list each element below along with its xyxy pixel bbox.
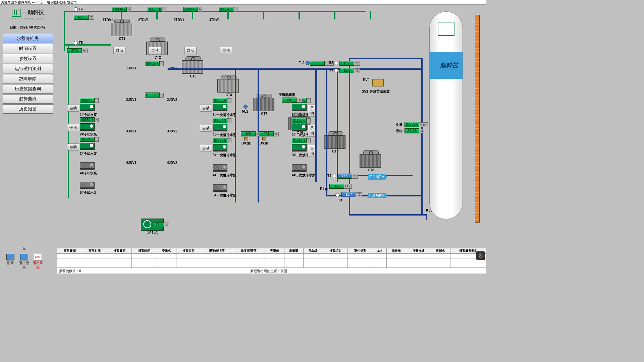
nav-7[interactable]: 历史报警 (3, 104, 53, 114)
pump[interactable] (292, 104, 307, 112)
grid-header: 质量戳 (284, 248, 304, 254)
jdv-label: 2JDV1 (126, 98, 137, 102)
grid-header: 报警时间 (132, 248, 157, 254)
cooling-tower-CT5[interactable]: CT5 (253, 94, 276, 113)
status-bar: 报警的数目：0 新报警出现的位置：前面 (57, 268, 486, 274)
pump-mode-button[interactable]: 自动 (200, 105, 212, 112)
pump[interactable] (213, 144, 227, 152)
nav-1[interactable]: 时间设置 (3, 44, 53, 53)
cooling-tower-CT1[interactable]: CT1 (111, 19, 133, 38)
readout-t5: 37.5℃ (67, 48, 88, 53)
pump[interactable] (80, 182, 95, 190)
sensor-icon (334, 61, 338, 65)
cooling-tower-CT3[interactable]: CT3 (182, 56, 205, 75)
ct3-mode-button[interactable]: 自动 (184, 47, 197, 54)
pump[interactable] (80, 162, 95, 170)
sensor-icon (74, 41, 78, 45)
grid-header: 报警类型 (176, 248, 201, 254)
readout-pump-hours: 00524.9h (80, 137, 99, 142)
jdv-label: 4JDV1 (126, 161, 137, 165)
sensor-t5-label: T5 (79, 41, 83, 45)
cooling-tower-CT4[interactable]: CT4 (217, 75, 240, 94)
pump[interactable] (80, 123, 95, 131)
grid-cell (57, 254, 82, 258)
grid-cell (57, 258, 82, 263)
grid-cell (157, 263, 176, 268)
readout-chiller2-hours: 01113.2h (145, 93, 164, 98)
chiller-1[interactable]: 1#主机78.8% (141, 219, 164, 231)
pump-mode-button[interactable]: 自动 (67, 143, 79, 150)
readout-level: 35.98M (405, 128, 424, 133)
grid-header: 报警日期 (107, 248, 132, 254)
pump-mode-button[interactable]: 自动 (67, 105, 79, 112)
nav-4[interactable]: 故障解除 (3, 74, 53, 83)
readout-pump-hours: 00530.5h (213, 138, 231, 143)
pump[interactable] (292, 124, 307, 132)
flow-sensor-icon (244, 105, 248, 109)
flow-sensor-icon (306, 61, 310, 65)
grid-cell (233, 254, 265, 258)
logo-icon (12, 9, 21, 17)
readout-pump-hours: 01183.0h (292, 118, 311, 123)
dv3-label: DV3 (362, 90, 368, 94)
dv1-label: DV1(t) (260, 141, 269, 145)
nav-3[interactable]: 运行逻辑预测 (3, 64, 53, 73)
settings-gear-icon[interactable] (476, 251, 485, 260)
pump[interactable] (80, 104, 95, 112)
grid-cell (387, 258, 406, 263)
grid-cell (157, 258, 176, 263)
grid-cell (201, 263, 233, 268)
nav-2[interactable]: 参数设置 (3, 54, 53, 63)
scada-canvas: T6 40.5℃ T5 37.5℃ 00834.2h1TDV1CT1自动0083… (57, 5, 486, 247)
pump-label: 4#冷却水泵 (80, 171, 97, 176)
grid-cell (176, 258, 201, 263)
pump[interactable] (213, 124, 227, 132)
grid-cell (348, 254, 373, 258)
ct2-mode-button[interactable]: 自动 (149, 47, 161, 54)
footer-controls: 无 登 录 退出登录 EXIT退出系统 (4, 246, 44, 270)
readout-dv2: 100% (241, 131, 261, 136)
grid-header: 界限值 (265, 248, 284, 254)
login-button[interactable]: 登 录 (4, 254, 17, 265)
grid-cell (265, 258, 284, 263)
nav-5[interactable]: 历史数据查询 (3, 84, 53, 94)
pump-mode-button[interactable]: 自动 (200, 125, 212, 132)
logout-button[interactable]: 退出登录 (18, 254, 31, 270)
t1-label: T1 (329, 68, 333, 72)
pump[interactable] (213, 184, 227, 192)
grid-header: 操作员 (387, 248, 406, 254)
grid-cell (107, 263, 132, 268)
pump[interactable] (213, 104, 227, 112)
pump-mode-button[interactable]: 自动 (200, 145, 212, 152)
readout-pump-hours: 01562.2h (292, 138, 311, 143)
grid-cell (107, 258, 132, 263)
ct1-mode-button[interactable]: 自动 (113, 47, 125, 54)
nav-0[interactable]: 水蓄冷机房 (3, 34, 53, 43)
grid-cell (176, 263, 201, 268)
grid-cell (406, 258, 431, 263)
nav-6[interactable]: 趋势曲线 (3, 94, 53, 104)
alarm-table[interactable]: 事件日期事件时间报警日期报警时间变量名报警类型报警值/旧值恢复值/新值界限值质量… (57, 248, 486, 268)
pump[interactable] (80, 143, 95, 151)
grid-header: 事件日期 (57, 248, 82, 254)
window-titlebar: 河源华冠水蓄冷系统 --- 广东一顺节能科技有限公司 (0, 0, 486, 5)
pump[interactable] (213, 164, 227, 172)
sensor-icon (334, 68, 338, 72)
jdv-label: 3JDV1 (126, 129, 137, 133)
cooling-tower-CT8[interactable]: CT8 (360, 150, 382, 169)
pump-mode-button[interactable]: 手动 (67, 124, 79, 131)
ct4-mode-button[interactable]: 自动 (220, 47, 232, 54)
pump-label: 3#冷却水泵 (80, 152, 97, 156)
left-panel: 一顺科技 YISHUN TECHNOLOGY 日期：2021/7/8 9:25:… (0, 6, 55, 114)
grid-cell (373, 263, 387, 268)
cooling-tower-CT7[interactable]: CT7 (324, 131, 347, 150)
pump[interactable] (292, 144, 307, 152)
readout-cool: 00381.5RTH (405, 122, 428, 127)
grid-header: 恢复值/新值 (233, 248, 265, 254)
grid-header: 变量描述 (406, 248, 431, 254)
grid-cell (284, 254, 304, 258)
tank-logo-icon (438, 22, 454, 36)
pump[interactable] (292, 164, 307, 172)
exit-button[interactable]: EXIT退出系统 (32, 254, 44, 270)
sensor-icon (335, 193, 339, 197)
